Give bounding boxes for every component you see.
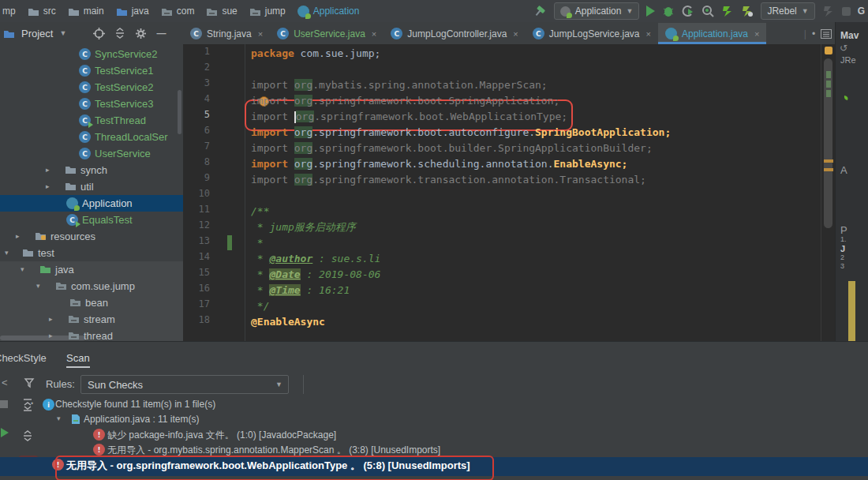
jrebel-select[interactable]: JRebel ▼ [761, 2, 814, 20]
tree-item-resources[interactable]: ▸resources [0, 228, 183, 245]
build-hammer-icon[interactable] [533, 4, 547, 18]
collapse-all-icon[interactable] [114, 28, 125, 39]
settings-gear-icon[interactable] [135, 28, 147, 39]
code-editor[interactable]: 1package com.sue.jump;23import org.mybat… [183, 44, 821, 341]
tree-item-java[interactable]: ▾java [0, 261, 183, 278]
filter-icon[interactable] [24, 377, 35, 388]
tree-handle-dot[interactable]: • [31, 399, 33, 407]
close-tab-icon[interactable]: × [754, 29, 759, 39]
chevron-down-icon[interactable]: ▼ [59, 29, 66, 37]
sidebar-yellow-bar [848, 281, 855, 341]
chevron-down-icon[interactable]: ▾ [5, 249, 9, 257]
locate-file-icon[interactable] [93, 28, 105, 39]
collapse-all-icon[interactable] [22, 430, 33, 444]
chevron-down-icon[interactable]: ▾ [57, 414, 61, 422]
breadcrumb-item-Application[interactable]: Application [297, 6, 360, 17]
chevron-right-icon[interactable]: ▸ [46, 182, 50, 190]
result-row[interactable]: •iCheckstyle found 11 item(s) in 1 file(… [41, 397, 868, 412]
jrebel-debug-icon[interactable] [741, 5, 754, 17]
tree-item-SyncService2[interactable]: CSyncService2 [0, 46, 183, 62]
tree-item-label: synch [80, 164, 107, 176]
chevron-down-icon[interactable]: ▾ [21, 265, 24, 273]
tree-item-EqualsTest[interactable]: CEqualsTest [0, 212, 183, 228]
breadcrumb-item-mp[interactable]: mp [2, 6, 16, 17]
editor-scrollbar-thumb[interactable] [824, 58, 832, 228]
tree-item-thread[interactable]: ▸thread [0, 328, 183, 341]
tab-scan[interactable]: Scan [66, 352, 90, 368]
tab-UserService.java[interactable]: CUserService.java× [270, 23, 383, 44]
breadcrumb-item-sue[interactable]: sue [206, 6, 237, 17]
run-scan-icon[interactable] [0, 427, 9, 441]
close-tab-icon[interactable]: × [372, 29, 376, 39]
result-row[interactable]: !缺少 package-info.java 文件。 (1:0) [Javadoc… [41, 427, 868, 442]
tree-item-bean[interactable]: bean [0, 294, 183, 311]
tree-item-com.sue.jump[interactable]: ▾com.sue.jump [0, 278, 183, 294]
tree-item-util[interactable]: ▸util [0, 178, 183, 195]
breadcrumb-item-com[interactable]: com [161, 6, 195, 17]
tree-item-stream[interactable]: ▸stream [0, 311, 183, 328]
chevron-right-icon[interactable]: ▸ [49, 315, 53, 323]
line-number: 3 [183, 77, 210, 88]
close-tab-icon[interactable]: × [513, 29, 518, 39]
tree-item-label: ThreadLocalSer [95, 131, 168, 143]
chevron-right-icon[interactable]: ▸ [46, 166, 50, 174]
code-line-14: * @author : sue.s.li [251, 251, 380, 267]
inspection-status-icon[interactable] [825, 47, 832, 54]
collapse-panel-icon[interactable]: < [2, 377, 8, 388]
warning-stripe-mark[interactable] [824, 168, 833, 171]
tree-item-TestThread[interactable]: CTestThread [0, 112, 183, 129]
chevron-right-icon[interactable]: ▸ [16, 232, 20, 240]
rules-select[interactable]: Sun Checks ▼ [80, 375, 289, 394]
line-number: 16 [183, 283, 210, 294]
breadcrumb-label: java [132, 6, 149, 17]
debug-button[interactable] [662, 5, 675, 17]
tree-item-TestService3[interactable]: CTestService3 [0, 96, 183, 112]
project-panel-title[interactable]: Project [21, 28, 53, 39]
stop-scan-icon[interactable] [0, 400, 8, 408]
profiler-icon[interactable] [702, 5, 714, 17]
breadcrumb-label: main [84, 6, 104, 17]
run-configuration-select[interactable]: Application ▼ [554, 2, 640, 20]
tab-String.java[interactable]: CString.java× [183, 23, 270, 44]
editor-error-stripe[interactable] [821, 44, 836, 341]
class-icon: C [79, 65, 91, 77]
tree-item-TestService2[interactable]: CTestService2 [0, 79, 183, 96]
tree-item-UserService[interactable]: CUserService [0, 145, 183, 162]
line-number: 7 [183, 141, 210, 152]
tab-JumpLogService.java[interactable]: CJumpLogService.java× [526, 23, 658, 44]
breadcrumb-item-jump[interactable]: jump [249, 6, 286, 17]
line-number: 18 [183, 314, 210, 325]
breadcrumb-item-main[interactable]: main [68, 6, 104, 17]
warning-stripe-mark[interactable] [824, 159, 833, 163]
close-tab-icon[interactable]: × [646, 29, 651, 39]
runnable-class-icon: C [79, 114, 91, 126]
sidebar-fragment: 3 [840, 262, 844, 270]
hide-panel-icon[interactable]: — [156, 28, 166, 39]
sidebar-fragment: Mav [840, 30, 859, 41]
tree-item-ThreadLocalSer[interactable]: CThreadLocalSer [0, 129, 183, 145]
breadcrumb-label: Application [313, 6, 360, 17]
tree-item-synch[interactable]: ▸synch [0, 162, 183, 178]
breadcrumb-item-java[interactable]: java [116, 6, 149, 17]
chevron-right-icon[interactable]: ▸ [49, 332, 53, 339]
tree-item-label: com.sue.jump [71, 280, 135, 292]
close-tab-icon[interactable]: × [258, 29, 263, 39]
tree-item-Application[interactable]: Application [0, 195, 183, 212]
chevron-down-icon[interactable]: ▾ [36, 282, 40, 290]
jrebel-run-icon[interactable] [721, 5, 734, 17]
tree-item-label: resources [51, 231, 95, 242]
run-button[interactable] [646, 6, 655, 17]
spring-boot-class-icon [66, 197, 78, 209]
test-source-folder-icon [39, 264, 51, 274]
result-row[interactable]: ▾Application.java : 11 item(s) [41, 412, 868, 427]
tabs-options-icon[interactable] [821, 29, 832, 39]
package-icon [206, 6, 218, 17]
tree-item-label: TestService1 [95, 65, 153, 77]
line-number: 13 [183, 235, 210, 246]
breadcrumb-item-src[interactable]: src [28, 6, 56, 17]
tree-item-test[interactable]: ▾test [0, 245, 183, 261]
coverage-run-icon[interactable] [682, 5, 694, 17]
tree-item-TestService1[interactable]: CTestService1 [0, 62, 183, 79]
tab-Application.java[interactable]: Application.java× [658, 23, 767, 44]
tab-JumpLogController.java[interactable]: CJumpLogController.java× [383, 23, 526, 44]
